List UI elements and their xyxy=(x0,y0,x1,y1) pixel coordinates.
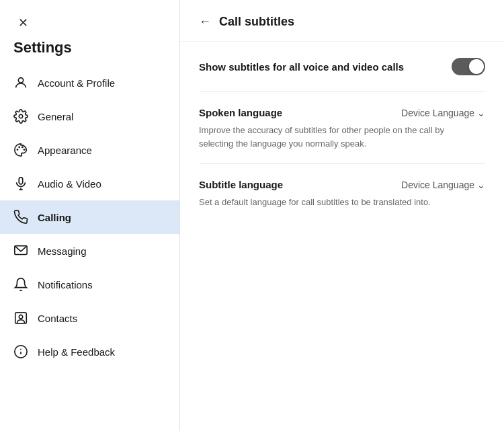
svg-point-0 xyxy=(18,78,23,83)
sidebar-header: ✕ xyxy=(0,0,179,39)
spoken-language-header: Spoken language Device Language ⌄ xyxy=(199,107,485,118)
content-body: Show subtitles for all voice and video c… xyxy=(180,42,504,239)
divider-2 xyxy=(199,163,485,164)
subtitle-language-value[interactable]: Device Language ⌄ xyxy=(401,180,485,190)
sidebar-item-messaging-label: Messaging xyxy=(38,245,87,257)
sidebar-item-account[interactable]: Account & Profile xyxy=(0,66,179,100)
sidebar-item-contacts-label: Contacts xyxy=(38,313,77,324)
account-icon xyxy=(13,75,28,90)
subtitle-toggle-label: Show subtitles for all voice and video c… xyxy=(199,61,404,73)
phone-icon xyxy=(13,210,28,225)
sidebar-item-calling[interactable]: Calling xyxy=(0,200,179,234)
svg-point-1 xyxy=(19,114,23,118)
content-title: Call subtitles xyxy=(219,15,294,29)
sidebar-item-account-label: Account & Profile xyxy=(38,77,115,89)
subtitle-language-chevron-icon: ⌄ xyxy=(477,180,485,190)
back-button[interactable]: ← xyxy=(199,15,211,29)
info-icon xyxy=(13,344,28,359)
close-button[interactable]: ✕ xyxy=(13,13,32,32)
sidebar-title: Settings xyxy=(0,39,179,66)
sidebar-item-messaging[interactable]: Messaging xyxy=(0,234,179,268)
sidebar-item-notifications[interactable]: Notifications xyxy=(0,268,179,301)
toggle-knob xyxy=(469,59,484,74)
sidebar-item-general-label: General xyxy=(38,111,73,122)
subtitle-toggle-row: Show subtitles for all voice and video c… xyxy=(199,58,485,75)
svg-point-5 xyxy=(24,149,26,151)
main-content: ← Call subtitles Show subtitles for all … xyxy=(180,0,504,431)
subtitle-language-header: Subtitle language Device Language ⌄ xyxy=(199,179,485,190)
sidebar-item-contacts[interactable]: Contacts xyxy=(0,301,179,335)
svg-point-3 xyxy=(18,147,20,149)
mic-icon xyxy=(13,176,28,191)
sidebar-item-general[interactable]: General xyxy=(0,100,179,133)
sidebar-item-audio-video-label: Audio & Video xyxy=(38,178,101,190)
spoken-language-value-text: Device Language xyxy=(401,108,474,118)
divider-1 xyxy=(199,91,485,92)
sidebar-nav: Account & Profile General xyxy=(0,66,179,431)
sidebar-item-help-label: Help & Feedback xyxy=(38,346,115,358)
sidebar: ✕ Settings Account & Profile General xyxy=(0,0,180,431)
sidebar-item-help[interactable]: Help & Feedback xyxy=(0,335,179,368)
spoken-language-section: Spoken language Device Language ⌄ Improv… xyxy=(199,107,485,150)
subtitle-language-value-text: Device Language xyxy=(401,180,474,190)
content-header: ← Call subtitles xyxy=(180,0,504,42)
subtitle-language-section: Subtitle language Device Language ⌄ Set … xyxy=(199,179,485,209)
message-icon xyxy=(13,243,28,258)
svg-point-4 xyxy=(22,147,24,149)
spoken-language-value[interactable]: Device Language ⌄ xyxy=(401,108,485,118)
sidebar-item-notifications-label: Notifications xyxy=(38,279,93,290)
sidebar-item-calling-label: Calling xyxy=(38,212,71,223)
svg-point-11 xyxy=(19,315,23,319)
sidebar-item-appearance[interactable]: Appearance xyxy=(0,133,179,167)
contacts-icon xyxy=(13,311,28,325)
gear-icon xyxy=(13,109,28,124)
svg-point-2 xyxy=(17,149,19,151)
subtitle-language-label: Subtitle language xyxy=(199,179,283,190)
svg-rect-6 xyxy=(19,178,23,184)
bell-icon xyxy=(13,277,28,292)
sidebar-item-audio-video[interactable]: Audio & Video xyxy=(0,167,179,200)
subtitle-toggle[interactable] xyxy=(452,58,485,75)
spoken-language-chevron-icon: ⌄ xyxy=(477,108,485,118)
sidebar-item-appearance-label: Appearance xyxy=(38,145,92,156)
appearance-icon xyxy=(13,143,28,157)
spoken-language-description: Improve the accuracy of subtitles for ot… xyxy=(199,124,461,150)
subtitle-language-description: Set a default language for call subtitle… xyxy=(199,196,461,209)
spoken-language-label: Spoken language xyxy=(199,107,282,118)
